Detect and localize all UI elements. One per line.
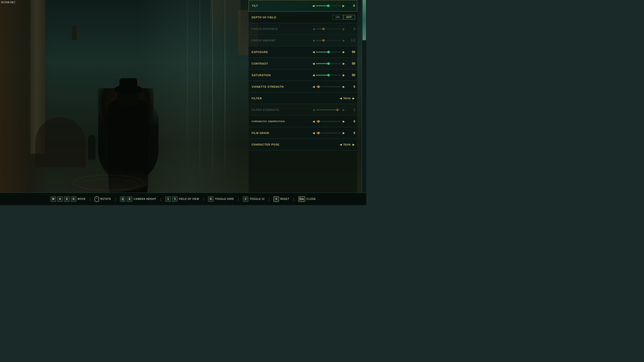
vignette-thumb[interactable] xyxy=(317,85,320,88)
sep3: | xyxy=(160,197,162,201)
reset-label: RESET xyxy=(280,198,289,200)
focus-distance-value: 0 xyxy=(346,27,355,31)
vignette-control: ◀ ▶ 0 xyxy=(294,85,357,88)
vignette-track[interactable] xyxy=(316,86,341,87)
exposure-value: 50 xyxy=(346,50,355,54)
contrast-right-arrow[interactable]: ▶ xyxy=(342,62,345,65)
focus-amount-value: 1.2 xyxy=(346,39,355,42)
e-key[interactable]: E xyxy=(127,196,132,202)
d-key[interactable]: D xyxy=(71,196,76,202)
rotate-hotkey-group: ROTATE xyxy=(95,196,111,202)
tilt-right-arrow[interactable]: ▶ xyxy=(342,4,345,8)
film-grain-track[interactable] xyxy=(316,132,341,133)
filter-strength-row: FILTER STRENGTH ◀ ▶ 1 xyxy=(249,104,357,116)
close-group: Esc CLOSE xyxy=(298,196,316,202)
s-key[interactable]: S xyxy=(64,196,70,202)
saturation-value: 50 xyxy=(346,73,355,77)
character-pose-value: None xyxy=(343,143,351,146)
filter-control: ◀ None ▶ xyxy=(294,97,357,100)
key-1[interactable]: 1 xyxy=(165,196,171,202)
exposure-track[interactable] xyxy=(316,52,341,53)
chromatic-track[interactable] xyxy=(316,121,341,122)
saturation-control: ◀ ▶ 50 xyxy=(294,73,357,77)
filter-label: FILTER xyxy=(249,97,294,100)
chromatic-right-arrow[interactable]: ▶ xyxy=(342,120,345,123)
film-grain-right-arrow[interactable]: ▶ xyxy=(342,131,345,135)
saturation-left-arrow[interactable]: ◀ xyxy=(312,73,315,77)
exposure-right-arrow[interactable]: ▶ xyxy=(342,50,345,54)
contrast-track[interactable] xyxy=(316,63,341,64)
tilt-value: 0 xyxy=(346,4,355,8)
scrollbar[interactable] xyxy=(362,0,366,193)
sep5: | xyxy=(238,197,239,201)
chromatic-aberration-row: CHROMATIC ABERRATION ◀ ▶ 0 xyxy=(249,116,357,127)
sep6: | xyxy=(269,197,270,201)
chromatic-value: 0 xyxy=(346,120,355,123)
g-key[interactable]: G xyxy=(208,196,214,202)
film-grain-thumb[interactable] xyxy=(317,132,320,134)
focus-distance-row: FOCUS DISTANCE ◀ ▶ 0 xyxy=(249,23,357,35)
film-grain-control: ◀ ▶ 0 xyxy=(294,131,357,135)
focus-distance-right-arrow[interactable]: ▶ xyxy=(342,27,345,31)
focus-amount-row: FOCUS AMOUNT ◀ ▶ 1.2 xyxy=(249,35,357,46)
film-grain-value: 0 xyxy=(346,131,355,135)
a-key[interactable]: A xyxy=(57,196,63,202)
vignette-left-arrow[interactable]: ◀ xyxy=(312,85,315,88)
sep2: | xyxy=(115,197,116,201)
reset-group: X RESET xyxy=(273,196,289,202)
filter-strength-control: ◀ ▶ 1 xyxy=(294,108,357,112)
filter-strength-left-arrow[interactable]: ◀ xyxy=(312,108,315,112)
saturation-right-arrow[interactable]: ▶ xyxy=(342,73,345,77)
filter-right-arrow[interactable]: ▶ xyxy=(352,97,355,100)
focus-amount-label: FOCUS AMOUNT xyxy=(249,39,294,42)
focus-amount-right-arrow[interactable]: ▶ xyxy=(342,39,345,42)
tilt-left-arrow[interactable]: ◀ xyxy=(311,4,315,8)
saturation-track[interactable] xyxy=(316,75,341,76)
film-grain-left-arrow[interactable]: ◀ xyxy=(312,131,315,135)
bottom-bar: W A S D MOVE | ROTATE | Q E CAMERA HEIGH… xyxy=(0,193,366,205)
key-3[interactable]: 3 xyxy=(172,196,178,202)
chromatic-aberration-label: CHROMATIC ABERRATION xyxy=(249,120,294,123)
toggle-grid-label: TOGGLE GRID xyxy=(215,198,234,200)
tilt-slider-track[interactable] xyxy=(316,5,341,6)
sep4: | xyxy=(203,197,204,201)
focus-distance-control: ◀ ▶ 0 xyxy=(294,27,357,31)
contrast-thumb[interactable] xyxy=(327,62,330,65)
vignette-right-arrow[interactable]: ▶ xyxy=(342,85,345,88)
esc-key[interactable]: Esc xyxy=(298,196,305,202)
character-pose-control: ◀ None ▶ xyxy=(294,143,357,146)
toggle-ui-label: TOGGLE UI xyxy=(250,198,264,200)
move-hotkey-group: W A S D MOVE xyxy=(51,196,86,202)
z-key[interactable]: Z xyxy=(243,196,248,202)
q-key[interactable]: Q xyxy=(120,196,126,202)
contrast-left-arrow[interactable]: ◀ xyxy=(312,62,315,65)
character-pose-right-arrow[interactable]: ▶ xyxy=(352,143,355,146)
film-grain-row: FILM GRAIN ◀ ▶ 0 xyxy=(249,127,357,139)
w-key[interactable]: W xyxy=(51,196,56,202)
tilt-slider-thumb[interactable] xyxy=(327,5,330,7)
scrollbar-thumb[interactable] xyxy=(363,0,366,40)
contrast-control: ◀ ▶ 50 xyxy=(294,62,357,65)
saturation-thumb[interactable] xyxy=(327,74,330,76)
exposure-label: EXPOSURE xyxy=(249,51,294,54)
chromatic-left-arrow[interactable]: ◀ xyxy=(312,120,315,123)
chromatic-aberration-control: ◀ ▶ 0 xyxy=(294,120,357,123)
exposure-thumb[interactable] xyxy=(327,51,330,53)
filter-value: None xyxy=(343,97,351,100)
dof-off-option[interactable]: OFF xyxy=(343,15,355,20)
filter-left-arrow[interactable]: ◀ xyxy=(339,97,342,100)
character-pose-left-arrow[interactable]: ◀ xyxy=(339,143,342,146)
exposure-left-arrow[interactable]: ◀ xyxy=(312,50,315,54)
x-key[interactable]: X xyxy=(273,196,279,202)
filter-strength-right-arrow[interactable]: ▶ xyxy=(342,108,345,112)
exposure-row: EXPOSURE ◀ ▶ 50 xyxy=(249,46,357,58)
focus-distance-left-arrow[interactable]: ◀ xyxy=(312,27,315,31)
tilt-label: TILT xyxy=(249,4,294,7)
sep7: | xyxy=(293,197,294,201)
mouse-icon xyxy=(95,196,99,202)
vignette-value: 0 xyxy=(346,85,355,88)
chromatic-thumb[interactable] xyxy=(317,120,320,123)
dof-on-option[interactable]: ON xyxy=(332,15,343,20)
focus-amount-left-arrow[interactable]: ◀ xyxy=(312,39,315,42)
exposure-fill xyxy=(316,52,329,53)
